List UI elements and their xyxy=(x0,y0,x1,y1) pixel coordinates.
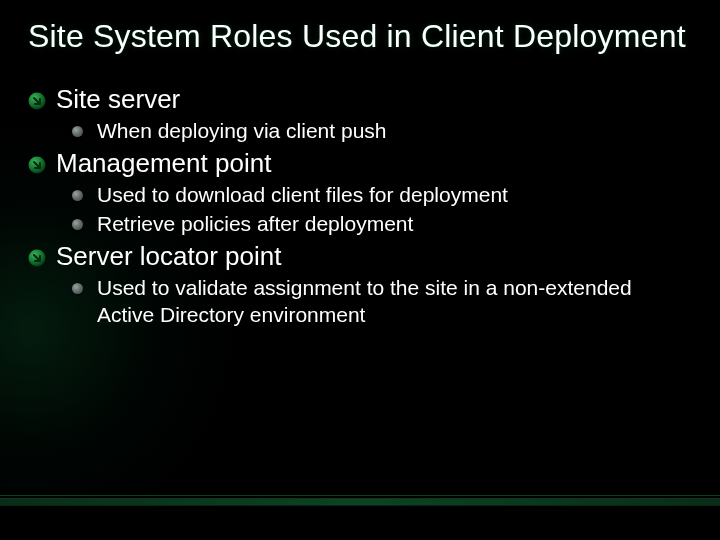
list-item-label: Retrieve policies after deployment xyxy=(97,210,413,237)
list-item: Retrieve policies after deployment xyxy=(72,210,692,237)
arrow-circle-icon xyxy=(28,92,46,110)
list-item-label: Management point xyxy=(56,147,271,180)
list-item: Used to validate assignment to the site … xyxy=(72,274,692,329)
page-title: Site System Roles Used in Client Deploym… xyxy=(28,18,692,55)
dot-icon xyxy=(72,190,83,201)
list-item-label: Used to validate assignment to the site … xyxy=(97,274,657,329)
list-item: Management point xyxy=(28,147,692,180)
list-item: Site server xyxy=(28,83,692,116)
list-item-label: Used to download client files for deploy… xyxy=(97,181,508,208)
footer-divider xyxy=(0,495,720,496)
list-item-label: Server locator point xyxy=(56,240,281,273)
list-item: Used to download client files for deploy… xyxy=(72,181,692,208)
slide-content: Site System Roles Used in Client Deploym… xyxy=(0,0,720,540)
list-item: When deploying via client push xyxy=(72,117,692,144)
list-item: Server locator point xyxy=(28,240,692,273)
dot-icon xyxy=(72,283,83,294)
arrow-circle-icon xyxy=(28,249,46,267)
list-item-label: When deploying via client push xyxy=(97,117,387,144)
footer-band xyxy=(0,498,720,506)
dot-icon xyxy=(72,126,83,137)
list-item-label: Site server xyxy=(56,83,180,116)
dot-icon xyxy=(72,219,83,230)
footer-area xyxy=(0,506,720,540)
arrow-circle-icon xyxy=(28,156,46,174)
